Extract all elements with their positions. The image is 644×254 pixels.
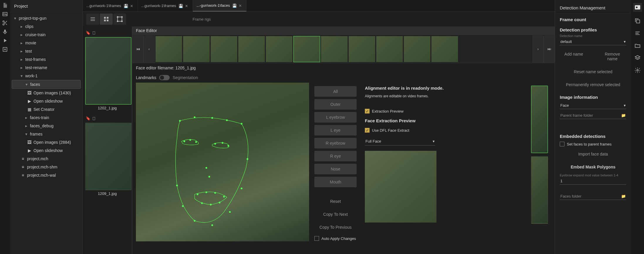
lines-icon[interactable] [634,30,641,36]
tree-folder[interactable]: ▸test [10,47,82,55]
region-outer-button[interactable]: Outer [314,99,357,110]
tree-folder[interactable]: ▸test-rename [10,63,82,72]
image-icon[interactable] [2,11,8,17]
tree-action-set-creator[interactable]: ▦Set Creator [10,105,82,113]
filmstrip-thumb[interactable] [155,36,182,62]
image-cell[interactable]: 🔖 ⎕ 1209_1.jpg [85,115,129,197]
save-icon[interactable]: 💾 [232,4,236,8]
reset-button[interactable]: Reset [314,196,357,207]
import-face-data-button[interactable]: Import face data [560,149,626,159]
copy-icon[interactable] [634,18,641,24]
tree-action-open-images[interactable]: 🖼Open images (2884) [10,138,82,146]
face-mode-select[interactable]: Full Face ▾ [365,137,435,146]
file-icon[interactable] [2,2,8,8]
eyebrow-mod-input[interactable]: 1 [560,178,626,185]
filmstrip-thumb[interactable] [321,36,348,62]
bookmark-filled-icon[interactable]: 🔖 [86,31,91,36]
remove-name-button[interactable]: Remove name [599,49,627,64]
filmstrip-thumb[interactable] [431,36,458,62]
tree-file[interactable]: ≡project.mch [10,155,82,163]
main-face-canvas[interactable] [136,83,309,241]
view-bbox-button[interactable] [113,14,126,25]
tree-folder[interactable]: ▸test-frames [10,55,82,63]
extraction-preview-checkbox[interactable]: ✓ [365,109,370,113]
save-icon[interactable]: 💾 [124,4,128,8]
close-icon[interactable]: ✕ [130,4,134,8]
filmstrip-first-button[interactable]: ⏮ [132,36,144,63]
image-cell[interactable]: 🔖 ⎕ 1202_1.jpg [85,29,129,111]
filmstrip-next-button[interactable]: › [532,36,544,63]
close-icon[interactable]: ✕ [185,4,189,8]
faces-folder-input[interactable]: Faces folder 📁 [560,193,626,200]
tree-file[interactable]: ≡project.mch-shm [10,163,82,171]
filmstrip-thumb[interactable] [183,36,210,62]
reset-name-button[interactable]: Reset name selected [560,66,626,77]
toolbar-tab-frame-rigs[interactable]: Frame rigs [191,15,212,24]
tree-action-slideshow[interactable]: ▶Open slideshow [10,146,82,155]
copy-next-button[interactable]: Copy To Next [314,209,357,220]
thumbnail[interactable] [85,123,132,190]
view-grid-button[interactable] [100,14,113,25]
tree-folder-frames[interactable]: ▾frames [10,130,82,138]
close-icon[interactable]: ✕ [239,4,243,8]
add-name-button[interactable]: Add name [560,49,588,64]
tree-folder-faces[interactable]: ▾faces [12,80,81,89]
view-list-button[interactable] [86,14,99,25]
region-l-eyebrow-button[interactable]: L eyebrow [314,112,357,123]
filmstrip-thumb[interactable] [348,36,375,62]
mic-icon[interactable] [2,29,8,35]
region-nose-button[interactable]: Nose [314,164,357,174]
gear-icon[interactable] [634,67,641,73]
filmstrip-thumb[interactable] [238,36,265,62]
bookmark-filled-icon[interactable]: 🔖 [86,116,91,121]
tree-folder[interactable]: ▸faces-train [10,113,82,122]
filmstrip-last-button[interactable]: ⏭ [544,36,555,63]
play-icon[interactable] [2,38,8,44]
detection-name-select[interactable]: default ▾ [560,38,626,45]
scissors-icon[interactable] [2,20,8,26]
region-all-button[interactable]: All [314,86,357,97]
project-root[interactable]: ▾project-top-gun [10,14,82,22]
region-l-eye-button[interactable]: L eye [314,125,357,136]
permanently-remove-button[interactable]: Permanently remove selected [560,79,626,90]
region-r-eyebrow-button[interactable]: R eyebrow [314,138,357,148]
use-dfl-checkbox[interactable]: ✓ [365,128,370,133]
tab[interactable]: ...gun\work-1\frames 💾 ✕ [83,0,138,11]
export-icon[interactable] [2,46,8,52]
region-mouth-button[interactable]: Mouth [314,177,357,187]
folder-icon[interactable]: 📁 [621,194,626,198]
parent-frame-folder-input[interactable]: Parent frame folder 📁 [560,112,626,119]
image-type-select[interactable]: Face ▾ [560,102,626,109]
avatar-icon[interactable] [633,3,642,12]
embed-mask-button[interactable]: Embed Mask Polygons [560,162,626,172]
thumbnail[interactable] [85,37,132,105]
thumbnail[interactable] [531,86,548,153]
landmarks-segmentation-toggle[interactable] [159,75,170,80]
thumbnail[interactable] [531,156,548,224]
tab[interactable]: ...gun\work-1\frames 💾 ✕ [138,0,193,11]
tree-folder[interactable]: ▸faces_debug [10,122,82,130]
tree-action-slideshow[interactable]: ▶Open slideshow [10,97,82,105]
filmstrip-thumb[interactable] [293,36,320,62]
filmstrip-thumb[interactable] [376,36,403,62]
copy-prev-button[interactable]: Copy To Previous [314,222,357,233]
set-faces-parent-checkbox[interactable] [560,142,564,146]
filmstrip-thumb[interactable] [266,36,293,62]
region-r-eye-button[interactable]: R eye [314,151,357,161]
auto-apply-checkbox[interactable] [314,236,319,241]
tree-folder-work1[interactable]: ▾work-1 [10,72,82,80]
bookmark-icon[interactable]: ⎕ [93,116,98,121]
tree-folder[interactable]: ▸clips [10,22,82,31]
layers-icon[interactable] [634,55,641,61]
filmstrip-thumb[interactable] [404,36,431,62]
folder-icon[interactable]: 📁 [621,113,626,118]
filmstrip-prev-button[interactable]: ‹ [144,36,155,63]
tab[interactable]: ...-gun\work-1\faces 💾 ✕ [193,0,247,11]
folder-icon[interactable] [634,42,641,49]
bookmark-icon[interactable]: ⎕ [93,31,98,36]
tree-folder[interactable]: ▸cruise-train [10,31,82,39]
tree-file[interactable]: ≡project.mch-wal [10,171,82,179]
tree-action-open-images[interactable]: 🖼Open images (1430) [10,89,82,97]
filmstrip-thumb[interactable] [210,36,237,62]
tree-folder[interactable]: ▸movie [10,39,82,47]
